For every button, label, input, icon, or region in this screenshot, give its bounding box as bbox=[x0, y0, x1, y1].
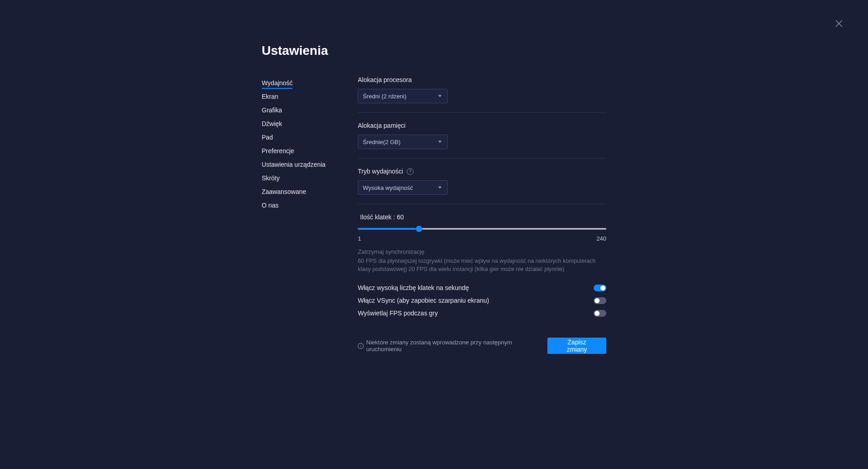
toggle-vsync-label: Włącz VSync (aby zapobiec szarpaniu ekra… bbox=[358, 297, 489, 304]
toggle-highfps[interactable] bbox=[594, 285, 606, 291]
memory-allocation-label: Alokacja pamięci bbox=[358, 122, 606, 129]
divider bbox=[358, 158, 606, 159]
cpu-allocation-label: Alokacja procesora bbox=[358, 76, 606, 83]
help-icon[interactable]: ? bbox=[407, 168, 414, 175]
toggle-highfps-label: Włącz wysoką liczbę klatek na sekundę bbox=[358, 284, 469, 291]
performance-mode-label: Tryb wydajności bbox=[358, 168, 403, 175]
fps-label: Ilość klatek : 60 bbox=[360, 213, 606, 221]
sidebar-item-5[interactable]: Preferencje bbox=[262, 144, 358, 158]
sync-note-title: Zatrzymaj synchronizację bbox=[358, 248, 606, 255]
sidebar-item-2[interactable]: Grafika bbox=[262, 103, 358, 117]
sidebar-item-0[interactable]: Wydajność bbox=[262, 76, 358, 90]
toggle-showfps[interactable] bbox=[594, 310, 606, 317]
sidebar-item-label: Skróty bbox=[262, 174, 280, 182]
sync-note-desc: 60 FPS dla płynniejszej rozgrywki (może … bbox=[358, 257, 606, 273]
info-icon: i bbox=[358, 343, 364, 349]
settings-panel: Alokacja procesora Średni (2 rdzeni) Alo… bbox=[358, 76, 606, 354]
footer-note: Niektóre zmiany zostaną wprowadzone przy… bbox=[366, 339, 541, 353]
sidebar-item-label: Pad bbox=[262, 134, 273, 141]
toggle-showfps-label: Wyświetlaj FPS podczas gry bbox=[358, 309, 438, 317]
cpu-allocation-select[interactable]: Średni (2 rdzeni) bbox=[358, 89, 448, 103]
sidebar-item-label: Dźwięk bbox=[262, 120, 282, 127]
divider bbox=[358, 204, 606, 204]
sidebar-item-label: Zaawansowane bbox=[262, 188, 306, 195]
sidebar-item-label: Preferencje bbox=[262, 147, 294, 155]
fps-slider-thumb[interactable] bbox=[416, 226, 422, 232]
divider bbox=[358, 112, 606, 113]
memory-allocation-value: Średnie(2 GB) bbox=[363, 139, 400, 145]
cpu-allocation-value: Średni (2 rdzeni) bbox=[363, 93, 406, 100]
sidebar-item-label: Ustawienia urządzenia bbox=[262, 161, 326, 168]
toggle-vsync[interactable] bbox=[594, 297, 606, 304]
settings-sidebar: WydajnośćEkranGrafikaDźwiękPadPreferencj… bbox=[262, 76, 358, 354]
memory-allocation-select[interactable]: Średnie(2 GB) bbox=[358, 135, 448, 149]
sidebar-item-label: Wydajność bbox=[262, 79, 293, 89]
fps-max-label: 240 bbox=[596, 235, 606, 242]
fps-min-label: 1 bbox=[358, 235, 361, 242]
sidebar-item-1[interactable]: Ekran bbox=[262, 90, 358, 103]
sidebar-item-label: Ekran bbox=[262, 93, 278, 100]
page-title: Ustawienia bbox=[262, 44, 606, 58]
sidebar-item-label: O nas bbox=[262, 202, 278, 209]
save-button[interactable]: Zapisz zmiany bbox=[547, 338, 606, 354]
sidebar-item-7[interactable]: Skróty bbox=[262, 171, 358, 185]
fps-slider[interactable] bbox=[358, 225, 606, 232]
sidebar-item-9[interactable]: O nas bbox=[262, 198, 358, 212]
sidebar-item-3[interactable]: Dźwięk bbox=[262, 117, 358, 131]
sidebar-item-4[interactable]: Pad bbox=[262, 131, 358, 144]
sidebar-item-6[interactable]: Ustawienia urządzenia bbox=[262, 158, 358, 171]
sidebar-item-label: Grafika bbox=[262, 106, 282, 114]
performance-mode-value: Wysoka wydajność bbox=[363, 184, 413, 191]
sidebar-item-8[interactable]: Zaawansowane bbox=[262, 185, 358, 198]
close-icon[interactable] bbox=[834, 18, 844, 29]
performance-mode-select[interactable]: Wysoka wydajność bbox=[358, 180, 448, 195]
